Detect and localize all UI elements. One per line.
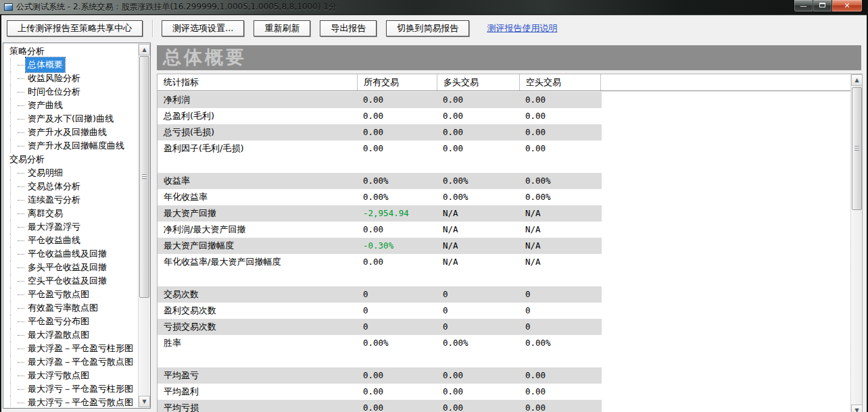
tree-item-26[interactable]: 最大浮亏－平仓盈亏散点图 [4,396,138,407]
tree-item-22[interactable]: 最大浮盈－平仓盈亏柱形图 [4,342,138,355]
scroll-up-icon[interactable]: ▲ [851,74,863,86]
metric-label: 平均盈亏 [158,367,358,384]
tree-item-6[interactable]: 资产升水及回撤曲线 [4,126,138,139]
toolbar-button-3[interactable]: 导出报告 [320,20,377,36]
scroll-down-icon[interactable]: ▼ [851,405,863,412]
tree-item-label: 策略分析 [7,45,47,59]
tree-item-19[interactable]: 有效盈亏率散点图 [4,301,138,315]
group-separator [158,157,850,173]
maximize-button[interactable] [813,0,832,12]
tree-item-4[interactable]: 资产曲线 [4,99,138,112]
metric-value: 0.00 [358,92,437,108]
column-header-short-trades[interactable]: 空头交易 [520,74,601,91]
table-row[interactable]: 总盈利(毛利)0.000.000.00 [158,108,602,124]
tree-item-0[interactable]: 策略分析 [4,45,138,58]
metric-value: 0.00 [358,140,437,157]
table-row[interactable]: 年化收益率0.00%0.00%0.00% [158,189,602,205]
tree-item-16[interactable]: 多头平仓收益及回撤 [4,261,138,274]
table-scrollbar[interactable]: ▲ ▼ [850,74,862,412]
table-row[interactable]: 年化收益率/最大资产回撤幅度0.00N/AN/A [158,254,602,270]
table-row[interactable]: 盈利交易次数000 [158,303,602,319]
tree-scrollbar-thumb[interactable] [139,56,149,298]
metric-value: N/A [437,205,520,222]
scroll-up-icon[interactable]: ▲ [139,44,150,55]
tree-item-8[interactable]: 交易分析 [4,153,138,166]
table-scrollbar-thumb[interactable] [852,87,862,210]
app-body: 上传测评报告至策略共享中心测评选项设置...重新刷新导出报告切换到简易报告测评报… [1,15,867,412]
tree-item-7[interactable]: 资产升水及回撤幅度曲线 [4,139,138,153]
toolbar-button-4[interactable]: 切换到简易报告 [386,20,469,36]
metric-value: 0 [358,286,437,303]
tree-item-label: 资产曲线 [26,98,65,113]
table-row[interactable]: 平均盈利0.000.000.00 [158,384,602,400]
tree-item-21[interactable]: 最大浮盈散点图 [4,328,138,342]
tree-item-10[interactable]: 交易总体分析 [4,180,138,193]
tree-item-12[interactable]: 离群交易 [4,207,138,220]
metric-value: 0 [520,286,601,303]
scrollbar-grip [142,174,147,179]
table-row[interactable]: 净利润/最大资产回撤0.00N/AN/A [158,222,602,238]
tree-item-23[interactable]: 最大浮盈－平仓盈亏散点图 [4,355,138,369]
table-row[interactable]: 净利润0.000.000.00 [158,92,602,108]
tree-item-13[interactable]: 最大浮盈浮亏 [4,220,138,234]
tree-item-2[interactable]: 收益风险分析 [4,72,138,85]
table-row[interactable]: 胜率0.00%0.00%0.00% [158,335,602,351]
tree-item-1[interactable]: 总体概要 [4,58,138,72]
metric-label: 平均盈利 [158,384,358,400]
tree-item-25[interactable]: 最大浮亏－平仓盈亏柱形图 [4,382,138,396]
app-icon [4,3,13,11]
column-header-metric[interactable]: 统计指标 [158,74,358,91]
metric-value: 0.00% [520,173,601,189]
tree-item-24[interactable]: 最大浮亏散点图 [4,369,138,382]
window-controls: — ✕ [794,0,863,12]
close-button[interactable]: ✕ [832,0,863,12]
tree-item-label: 交易分析 [7,152,47,167]
table-row[interactable]: 最大资产回撤幅度-0.30%N/AN/A [158,238,602,254]
tree-item-18[interactable]: 平仓盈亏散点图 [4,288,138,301]
tree-item-label: 最大浮盈－平仓盈亏柱形图 [26,341,135,356]
metric-value: 0 [437,303,520,319]
metric-value: 0.00 [437,124,520,140]
table-row[interactable]: 最大资产回撤-2,954.94N/AN/A [158,205,602,222]
tree-item-label: 总体概要 [26,57,65,72]
column-header-long-trades[interactable]: 多头交易 [437,74,520,91]
table-row[interactable]: 收益率0.00%0.00%0.00% [158,173,602,189]
toolbar-button-1[interactable]: 测评选项设置... [162,20,244,36]
tree-item-label: 连续盈亏分析 [26,192,82,207]
metric-value: 0.00 [358,384,437,400]
tree-item-label: 最大浮盈浮亏 [26,220,82,234]
table-row[interactable]: 总亏损(毛损)0.000.000.00 [158,124,602,140]
metric-value: 0.00 [520,367,601,384]
metric-label: 平均亏损 [158,400,358,412]
tree-item-label: 空头平仓收益及回撤 [26,274,109,288]
tree-item-11[interactable]: 连续盈亏分析 [4,193,138,207]
metric-label: 年化收益率 [158,189,358,205]
tree-item-label: 平仓收益曲线 [26,233,82,248]
tree-item-20[interactable]: 平仓盈亏分布图 [4,315,138,328]
column-header-all-trades[interactable]: 所有交易 [358,74,437,91]
metric-value: 0.00% [358,189,437,205]
metric-label: 最大资产回撤幅度 [158,238,358,254]
tree-item-14[interactable]: 平仓收益曲线 [4,234,138,247]
metric-label: 总亏损(毛损) [158,124,358,140]
tree-item-17[interactable]: 空头平仓收益及回撤 [4,274,138,288]
metric-value: 0.00 [520,400,601,412]
table-row[interactable]: 交易次数000 [158,286,602,303]
toolbar-button-0[interactable]: 上传测评报告至策略共享中心 [7,20,143,36]
table-row[interactable]: 平均亏损0.000.000.00 [158,400,602,412]
tree-item-15[interactable]: 平仓收益曲线及回撤 [4,247,138,261]
metric-value: 0 [358,303,437,319]
toolbar-button-2[interactable]: 重新刷新 [254,20,310,36]
report-help-link[interactable]: 测评报告使用说明 [487,22,557,34]
minimize-button[interactable]: — [794,0,813,12]
tree-item-3[interactable]: 时间仓位分析 [4,85,138,99]
tree-item-9[interactable]: 交易明细 [4,166,138,180]
tree-item-label: 资产及水下(回撤)曲线 [26,111,116,126]
tree-item-5[interactable]: 资产及水下(回撤)曲线 [4,112,138,126]
table-row[interactable]: 亏损交易次数000 [158,319,602,335]
table-row[interactable]: 平均盈亏0.000.000.00 [158,367,602,384]
tree-item-label: 最大浮盈散点图 [26,328,91,342]
scroll-down-icon[interactable]: ▼ [139,396,150,407]
tree-scrollbar[interactable]: ▲ ▼ [138,44,149,407]
table-row[interactable]: 盈利因子(毛利/毛损)0.000.000.00 [158,140,602,157]
